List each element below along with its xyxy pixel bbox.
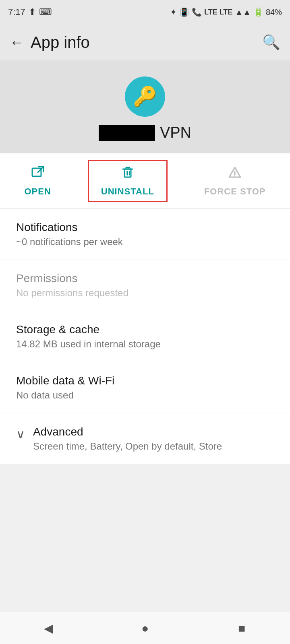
usb-icon: ⌨ (39, 7, 52, 17)
nav-bar: ◀ ● ■ (0, 612, 290, 644)
advanced-item[interactable]: ∨ Advanced Screen time, Battery, Open by… (0, 413, 290, 464)
notifications-subtitle: ~0 notifications per week (16, 236, 274, 248)
back-button[interactable]: ← (10, 34, 24, 51)
top-bar-left: ← App info (10, 33, 90, 52)
open-button[interactable]: OPEN (12, 161, 63, 201)
lte-icon: LTE LTE (204, 8, 232, 17)
battery-percent: 84% (266, 8, 282, 17)
mobile-data-title: Mobile data & Wi-Fi (16, 374, 274, 387)
permissions-title: Permissions (16, 272, 274, 285)
app-name-row: VPN (99, 124, 191, 141)
status-right: ✦ 📳 📞 LTE LTE ▲▲ 🔋 84% (170, 7, 282, 17)
chevron-down-icon: ∨ (16, 427, 25, 441)
force-stop-button[interactable]: FORCE STOP (192, 161, 278, 201)
open-label: OPEN (24, 186, 51, 197)
status-time: 7:17 (8, 7, 25, 17)
app-icon: 🔑 (125, 76, 165, 117)
permissions-subtitle: No permissions requested (16, 287, 274, 299)
notifications-item[interactable]: Notifications ~0 notifications per week (0, 209, 290, 260)
top-bar: ← App info 🔍 (0, 24, 290, 60)
app-name-redacted (99, 125, 155, 141)
open-icon (31, 165, 45, 183)
advanced-title: Advanced (33, 425, 274, 438)
force-stop-label: FORCE STOP (204, 186, 266, 197)
search-icon[interactable]: 🔍 (262, 34, 280, 51)
home-nav-button[interactable]: ● (133, 616, 157, 640)
phone-icon: 📞 (192, 7, 202, 17)
app-name: VPN (160, 124, 191, 141)
page-title: App info (31, 33, 90, 52)
notifications-title: Notifications (16, 221, 274, 234)
storage-item[interactable]: Storage & cache 14.82 MB used in interna… (0, 311, 290, 362)
storage-subtitle: 14.82 MB used in internal storage (16, 339, 274, 350)
mobile-data-subtitle: No data used (16, 390, 274, 401)
force-stop-icon (228, 165, 242, 183)
status-bar: 7:17 ⬆ ⌨ ✦ 📳 📞 LTE LTE ▲▲ 🔋 84% (0, 0, 290, 24)
advanced-subtitle: Screen time, Battery, Open by default, S… (33, 441, 274, 452)
svg-point-2 (234, 175, 236, 177)
storage-title: Storage & cache (16, 323, 274, 336)
key-icon: 🔑 (133, 85, 157, 108)
advanced-content: Advanced Screen time, Battery, Open by d… (33, 425, 274, 452)
mobile-data-item[interactable]: Mobile data & Wi-Fi No data used (0, 362, 290, 413)
uninstall-button[interactable]: UNINSTALL (88, 160, 168, 202)
battery-icon: 🔋 (253, 7, 263, 17)
action-row: OPEN UNINSTALL FORCE STOP (0, 153, 290, 209)
app-header: 🔑 VPN (0, 60, 290, 153)
uninstall-label: UNINSTALL (101, 186, 154, 197)
vibrate-icon: 📳 (179, 7, 189, 17)
back-nav-button[interactable]: ◀ (36, 616, 60, 640)
info-list: Notifications ~0 notifications per week … (0, 209, 290, 464)
signal-icon: ▲▲ (235, 8, 251, 17)
permissions-item: Permissions No permissions requested (0, 260, 290, 311)
status-left: 7:17 ⬆ ⌨ (8, 7, 52, 17)
bluetooth-icon: ✦ (170, 7, 177, 17)
upload-icon: ⬆ (29, 7, 36, 17)
svg-rect-0 (32, 168, 41, 176)
uninstall-icon (120, 165, 135, 183)
recents-nav-button[interactable]: ■ (230, 616, 254, 640)
